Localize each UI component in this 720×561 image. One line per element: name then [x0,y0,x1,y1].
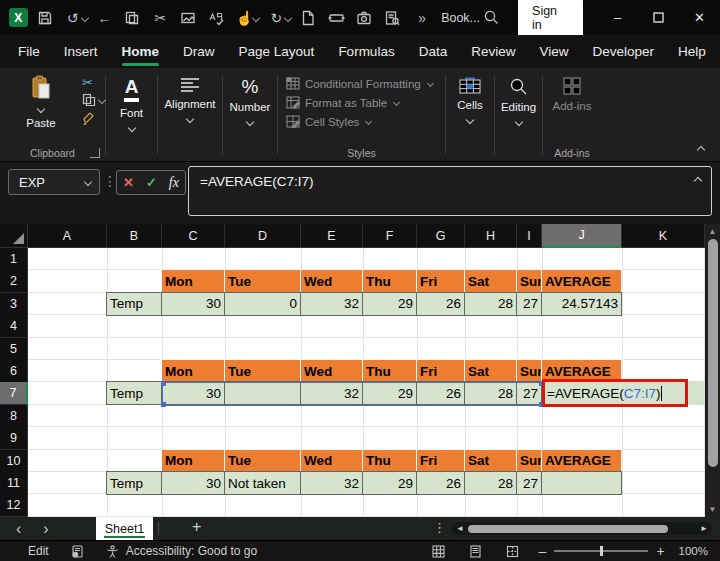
scroll-left-icon[interactable]: ◄ [456,524,464,533]
cell-D3[interactable]: 0 [224,292,301,316]
zoom-out-icon[interactable]: – [539,543,547,559]
page-break-view-button[interactable] [506,545,519,558]
zoom-slider[interactable] [554,550,648,552]
cell-H7[interactable]: 28 [464,381,517,405]
close-button[interactable]: ✕ [679,0,720,35]
conditional-formatting-button[interactable]: Conditional Formatting [278,74,445,93]
cell-E2[interactable]: Wed [300,269,363,293]
tab-formulas[interactable]: Formulas [338,44,394,59]
cell-B7[interactable]: Temp [106,381,162,405]
cell-F11[interactable]: 29 [362,471,417,495]
cell-D2[interactable]: Tue [224,269,301,293]
cell-I3[interactable]: 27 [516,292,542,316]
cell-B11[interactable]: Temp [106,471,162,495]
paste-dropdown-icon[interactable] [37,105,45,113]
cut-button[interactable]: ✂ [82,76,93,89]
column-header-I[interactable]: I [517,224,542,248]
tab-page-layout[interactable]: Page Layout [239,44,315,59]
formula-input[interactable]: =AVERAGE(C7:I7) [188,166,712,216]
tab-draw[interactable]: Draw [183,44,215,59]
column-header-G[interactable]: G [417,224,465,248]
column-header-C[interactable]: C [162,224,225,248]
cell-G2[interactable]: Fri [416,269,465,293]
tab-review[interactable]: Review [471,44,515,59]
cell-E11[interactable]: 32 [300,471,363,495]
addins-button[interactable]: Add-ins [543,68,601,145]
cell-E7[interactable]: 32 [300,381,363,405]
cell-J2[interactable]: AVERAGE [541,269,622,293]
tab-file[interactable]: File [18,44,40,59]
cell-H11[interactable]: 28 [464,471,517,495]
row-header-4[interactable]: 4 [0,315,28,338]
cell-E3[interactable]: 32 [300,292,363,316]
spelling-icon[interactable] [205,7,227,29]
column-header-F[interactable]: F [363,224,417,248]
horizontal-scrollbar-thumb[interactable] [468,525,668,533]
cell-F2[interactable]: Thu [362,269,417,293]
document-inspect-icon[interactable] [381,7,403,29]
row-header-3[interactable]: 3 [0,293,28,316]
cell-I10[interactable]: Sun [516,449,542,473]
cells-group-button[interactable]: Cells [446,68,494,145]
touch-mode-dropdown-icon[interactable] [252,13,260,21]
new-document-icon[interactable] [297,7,319,29]
insert-function-icon[interactable]: fx [169,175,179,191]
copy-button[interactable] [82,93,105,107]
cell-J10[interactable]: AVERAGE [541,449,622,473]
cell-F10[interactable]: Thu [362,449,417,473]
column-header-A[interactable]: A [28,224,107,248]
tab-data[interactable]: Data [419,44,448,59]
number-group-button[interactable]: % Number [223,68,277,145]
format-as-table-button[interactable]: Format as Table [278,93,445,112]
cell-I2[interactable]: Sun [516,269,542,293]
sheet-tab-sheet1[interactable]: Sheet1 [96,517,153,540]
row-header-7[interactable]: 7 [0,382,28,405]
column-header-J[interactable]: J [542,224,622,248]
scroll-up-icon[interactable]: ▲ [705,227,720,236]
save-icon[interactable] [34,7,56,29]
tab-developer[interactable]: Developer [592,44,654,59]
print-area-icon[interactable] [325,7,347,29]
column-header-H[interactable]: H [465,224,517,248]
cell-G3[interactable]: 26 [416,292,465,316]
accessibility-button[interactable] [106,545,119,558]
vertical-scrollbar-thumb[interactable] [708,239,718,467]
back-icon[interactable]: ← [93,7,115,29]
select-all-button[interactable] [0,224,28,248]
alignment-group-button[interactable]: Alignment [158,68,222,145]
cell-C6[interactable]: Mon [161,359,225,383]
row-header-10[interactable]: 10 [0,450,28,473]
edit-picture-icon[interactable] [177,7,199,29]
cancel-icon[interactable]: ✕ [123,175,134,190]
cell-G7[interactable]: 26 [416,381,465,405]
row-header-1[interactable]: 1 [0,248,28,271]
enter-icon[interactable]: ✓ [146,175,157,190]
cell-D6[interactable]: Tue [224,359,301,383]
accessibility-status[interactable]: Accessibility: Good to go [126,544,257,558]
copy-dropdown-icon[interactable] [98,96,106,104]
clipboard-dialog-launcher-icon[interactable] [90,148,100,158]
tab-options-icon[interactable]: ⋮ [433,520,446,535]
camera-icon[interactable] [353,7,375,29]
collapse-formula-bar-icon[interactable] [694,177,702,185]
name-box-dropdown-icon[interactable] [84,178,92,186]
paste-button[interactable]: Paste [0,68,82,145]
cell-C10[interactable]: Mon [161,449,225,473]
excel-logo-icon[interactable]: X [9,8,28,27]
horizontal-scrollbar[interactable]: ◄ ► [452,522,712,535]
zoom-in-icon[interactable]: + [656,543,664,559]
cell-I11[interactable]: 27 [516,471,542,495]
cell-D7[interactable] [224,381,301,405]
maximize-button[interactable] [638,0,679,35]
macro-record-button[interactable] [71,545,84,558]
cell-E6[interactable]: Wed [300,359,363,383]
column-header-E[interactable]: E [301,224,363,248]
cell-H2[interactable]: Sat [464,269,517,293]
name-box[interactable]: EXP [8,169,100,195]
next-sheet-icon[interactable]: › [43,521,48,537]
tab-help[interactable]: Help [678,44,706,59]
spreadsheet-grid[interactable]: MonTueWedThuFriSatSunAVERAGETemp30032292… [0,224,705,517]
cell-C3[interactable]: 30 [161,292,225,316]
page-layout-view-button[interactable] [469,545,482,558]
cell-H3[interactable]: 28 [464,292,517,316]
